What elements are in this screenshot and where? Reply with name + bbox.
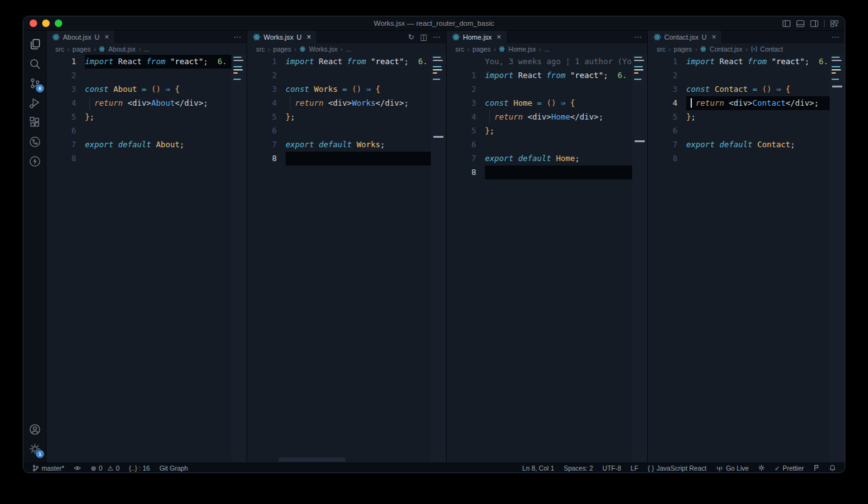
close-tab-icon[interactable]: ×	[104, 33, 109, 42]
code-line: 8	[648, 152, 845, 165]
code-line: 8	[447, 165, 647, 179]
titlebar-divider	[824, 20, 825, 27]
breadcrumb-item[interactable]: ...	[346, 45, 352, 53]
git-graph-icon[interactable]	[23, 132, 46, 152]
breadcrumb-item[interactable]: About.jsx	[108, 45, 135, 53]
tab-label: Home.jsx	[463, 33, 492, 41]
thunder-client-icon[interactable]	[23, 152, 46, 171]
code-line: 5};	[247, 110, 446, 124]
breadcrumb-item[interactable]: src	[657, 45, 665, 53]
react-file-icon	[700, 46, 706, 52]
breadcrumb-item[interactable]: src	[256, 45, 265, 53]
go-live-button[interactable]: Go Live	[716, 464, 748, 472]
source-control-icon[interactable]: 6	[23, 74, 46, 93]
breadcrumb: src › pages › About.jsx › ...	[47, 43, 247, 55]
horizontal-scrollbar[interactable]	[279, 457, 345, 462]
git-graph-button[interactable]: Git Graph	[159, 464, 188, 472]
breadcrumb-item[interactable]: ...	[544, 45, 550, 53]
more-actions-icon[interactable]: ⋯	[634, 33, 642, 42]
problems-indicator[interactable]: ⊗ 0 ⚠ 0	[91, 464, 120, 472]
tab-bar: Contact.jsx U × ⋯	[648, 31, 845, 43]
maximize-window-button[interactable]	[55, 20, 62, 27]
breadcrumb-item[interactable]: pages	[72, 45, 91, 53]
flag-icon	[813, 464, 820, 471]
tab-bar: Works.jsx U × ↻ ◫ ⋯	[247, 31, 446, 43]
minimize-window-button[interactable]	[42, 20, 50, 27]
customize-layout-icon[interactable]	[830, 20, 838, 27]
close-tab-icon[interactable]: ×	[497, 33, 501, 42]
toggle-secondary-sidebar-icon[interactable]	[810, 20, 818, 27]
cursor-position-status[interactable]: Ln 8, Col 1	[522, 464, 554, 472]
breadcrumb-item[interactable]: pages	[273, 45, 291, 53]
tab-home[interactable]: Home.jsx ×	[447, 31, 508, 43]
code-line: 6	[447, 138, 647, 152]
bracket-count-status[interactable]: {..} : 16	[129, 464, 150, 472]
settings-sync-gear[interactable]	[758, 464, 765, 471]
code-line: 5};	[648, 110, 845, 124]
breadcrumb-item[interactable]: ...	[144, 45, 150, 53]
encoding-status[interactable]: UTF-8	[603, 464, 621, 472]
code-editor[interactable]: 1import React from "react"; 6.23const Co…	[648, 55, 845, 462]
language-mode-status[interactable]: { } JavaScript React	[648, 464, 706, 472]
minimap[interactable]	[632, 55, 647, 462]
breadcrumb-item[interactable]: Works.jsx	[309, 45, 337, 53]
code-lines: 1import React from "react"; 6.23const Wo…	[247, 55, 446, 165]
code-line: 3const Works = () ⇒ {	[247, 82, 446, 96]
close-tab-icon[interactable]: ×	[306, 33, 311, 42]
code-line: 2	[447, 82, 647, 96]
remote-indicator[interactable]	[813, 464, 820, 471]
code-line: 1import React from "react"; 6.	[447, 69, 647, 82]
more-actions-icon[interactable]: ⋯	[832, 33, 839, 42]
code-line: 1import React from "react"; 6.	[648, 55, 845, 69]
gitlens-blame-toggle[interactable]	[74, 465, 81, 471]
minimap[interactable]	[431, 55, 446, 462]
eye-icon	[74, 465, 81, 471]
search-icon[interactable]	[23, 54, 46, 74]
breadcrumb-item[interactable]: Home.jsx	[508, 45, 536, 53]
minimap[interactable]	[231, 55, 247, 462]
close-window-button[interactable]	[30, 20, 37, 27]
breadcrumb-item[interactable]: pages	[472, 45, 491, 53]
overview-ruler-cursor-mark	[635, 140, 645, 142]
breadcrumb-item[interactable]: src	[55, 45, 64, 53]
close-tab-icon[interactable]: ×	[711, 33, 716, 42]
extensions-icon[interactable]	[23, 113, 46, 132]
breadcrumb-item[interactable]: pages	[674, 45, 692, 53]
prettier-status[interactable]: ✓ Prettier	[774, 464, 804, 472]
open-changes-icon[interactable]: ↻	[408, 33, 415, 42]
code-editor[interactable]: You, 3 weeks ago ¦ 1 author (You1import …	[447, 55, 647, 462]
code-line: 4 return <div>About</div>;	[47, 96, 247, 110]
title-bar[interactable]: Works.jsx — react_router_dom_basic	[23, 16, 845, 31]
notifications-bell[interactable]	[829, 464, 836, 472]
desktop: Works.jsx — react_router_dom_basic	[0, 0, 868, 504]
source-control-badge: 6	[36, 84, 44, 92]
tab-works[interactable]: Works.jsx U ×	[247, 31, 317, 43]
split-editor-icon[interactable]: ◫	[420, 33, 427, 42]
indentation-status[interactable]: Spaces: 2	[564, 464, 593, 472]
more-actions-icon[interactable]: ⋯	[433, 33, 440, 42]
code-line: 3const About = () ⇒ {	[47, 82, 247, 96]
git-branch-indicator[interactable]: master*	[32, 464, 64, 472]
toggle-primary-sidebar-icon[interactable]	[782, 20, 791, 27]
run-debug-icon[interactable]	[23, 93, 46, 113]
tab-about[interactable]: About.jsx U ×	[47, 31, 115, 43]
breadcrumb-item[interactable]: Contact	[760, 45, 783, 53]
code-editor[interactable]: 1import React from "react"; 6.23const Wo…	[247, 55, 446, 462]
code-line: 2	[47, 69, 247, 82]
eol-status[interactable]: LF	[631, 464, 638, 472]
activity-bar: 6 1	[23, 31, 47, 462]
breadcrumb-item[interactable]: Contact.jsx	[709, 45, 742, 53]
explorer-icon[interactable]	[23, 35, 46, 54]
tab-contact[interactable]: Contact.jsx U ×	[648, 31, 722, 43]
code-lines: You, 3 weeks ago ¦ 1 author (You1import …	[447, 55, 647, 179]
breadcrumb: src › pages › Contact.jsx › Contact	[648, 43, 845, 55]
toggle-panel-icon[interactable]	[796, 20, 804, 27]
code-editor[interactable]: 1import React from "react"; 6.23const Ab…	[47, 55, 247, 462]
settings-gear-icon[interactable]: 1	[23, 439, 46, 459]
code-lines: 1import React from "react"; 6.23const Ab…	[47, 55, 247, 165]
editor-group-works: Works.jsx U × ↻ ◫ ⋯ src › pages	[247, 31, 446, 462]
accounts-icon[interactable]	[23, 420, 46, 439]
minimap[interactable]	[830, 55, 845, 462]
breadcrumb-item[interactable]: src	[455, 45, 464, 53]
more-actions-icon[interactable]: ⋯	[233, 33, 241, 42]
